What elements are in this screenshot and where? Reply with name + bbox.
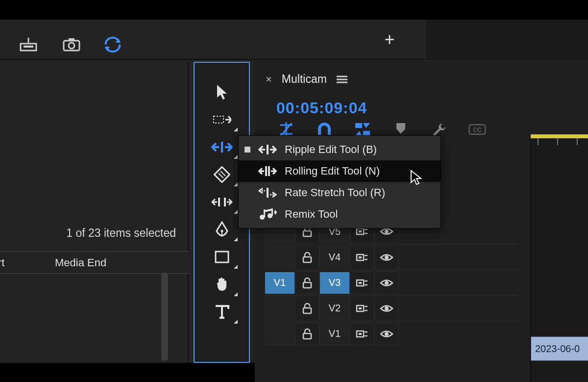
- timeline-clip[interactable]: 2023-06-0: [531, 336, 588, 361]
- svg-rect-14: [216, 252, 228, 262]
- visibility-icon[interactable]: [374, 246, 399, 269]
- sync-lock-icon[interactable]: [350, 246, 374, 269]
- rolling-edit-icon: [258, 164, 277, 178]
- snapshot-icon[interactable]: [62, 34, 81, 54]
- svg-point-55: [385, 332, 389, 336]
- source-patch[interactable]: [265, 246, 295, 269]
- flyout-indicator-icon: [234, 127, 238, 131]
- menu-item-rate-stretch[interactable]: Rate Stretch Tool (R): [239, 182, 441, 204]
- sequence-tab[interactable]: × Multicam: [266, 73, 347, 86]
- track-select-tool[interactable]: [204, 106, 240, 133]
- ruler-tick: [538, 138, 539, 145]
- project-panel: 1 of 23 items selected rt Media End: [0, 62, 189, 363]
- svg-text:CC: CC: [473, 127, 482, 133]
- lock-icon[interactable]: [295, 246, 319, 269]
- ruler-tick: [577, 138, 578, 145]
- svg-rect-57: [265, 166, 267, 176]
- lock-icon[interactable]: [295, 272, 319, 294]
- remix-icon: [258, 207, 277, 221]
- selection-tool[interactable]: [204, 78, 240, 106]
- rectangle-tool[interactable]: [204, 243, 240, 271]
- top-right-panel: [426, 20, 588, 60]
- svg-rect-52: [359, 333, 362, 335]
- source-patch[interactable]: [265, 297, 295, 320]
- sync-lock-icon[interactable]: [350, 297, 374, 320]
- sync-lock-icon[interactable]: [350, 272, 374, 294]
- slip-tool[interactable]: [204, 188, 240, 216]
- svg-rect-26: [303, 231, 311, 236]
- ripple-edit-flyout: Ripple Edit Tool (B) Rolling Edit Tool (…: [238, 135, 441, 229]
- svg-rect-5: [214, 116, 223, 123]
- lock-icon[interactable]: [295, 297, 319, 320]
- track-row: V4: [265, 244, 519, 270]
- column-header-media-end[interactable]: Media End: [55, 256, 106, 269]
- menu-item-rolling-edit[interactable]: Rolling Edit Tool (N): [239, 160, 441, 182]
- ripple-edit-tool[interactable]: [204, 133, 240, 161]
- close-icon[interactable]: ×: [266, 73, 272, 86]
- menu-item-ripple-edit[interactable]: Ripple Edit Tool (B): [239, 139, 441, 160]
- track-headers: V5 V4 V1 V3 V2: [265, 219, 519, 346]
- sync-icon[interactable]: [103, 34, 122, 54]
- pen-tool[interactable]: [204, 216, 240, 243]
- flyout-indicator-icon: [234, 210, 238, 214]
- source-patch[interactable]: [265, 323, 295, 345]
- svg-rect-50: [303, 333, 311, 339]
- svg-rect-7: [214, 167, 229, 182]
- timeline-body[interactable]: 2023-06-0: [530, 134, 588, 382]
- razor-tool[interactable]: [204, 161, 240, 188]
- hand-tool[interactable]: [204, 271, 240, 298]
- svg-rect-22: [355, 123, 362, 128]
- flyout-indicator-icon: [234, 265, 238, 269]
- svg-rect-1: [24, 46, 33, 48]
- menu-item-label: Ripple Edit Tool (B): [285, 143, 377, 156]
- timecode[interactable]: 00:05:09:04: [276, 99, 367, 117]
- svg-point-43: [385, 281, 389, 285]
- letterbox-top: [0, 0, 588, 20]
- top-toolbar: +: [0, 20, 588, 60]
- flyout-indicator-icon: [234, 182, 238, 186]
- svg-point-3: [69, 43, 74, 49]
- svg-rect-40: [359, 282, 362, 284]
- export-icon[interactable]: [19, 34, 38, 54]
- svg-rect-59: [267, 188, 269, 198]
- sync-lock-icon[interactable]: [350, 323, 374, 345]
- scrollbar[interactable]: [161, 273, 168, 361]
- track-target[interactable]: V2: [319, 297, 350, 320]
- menu-item-label: Rate Stretch Tool (R): [285, 186, 385, 199]
- panel-menu-icon[interactable]: [337, 75, 347, 84]
- visibility-icon[interactable]: [374, 272, 399, 294]
- time-ruler[interactable]: [531, 134, 588, 147]
- track-target[interactable]: V1: [319, 323, 350, 345]
- svg-line-8: [220, 171, 225, 176]
- playhead[interactable]: [531, 134, 588, 138]
- selection-count: 1 of 23 items selected: [66, 227, 176, 240]
- track-row: V2: [265, 295, 519, 321]
- svg-rect-34: [359, 256, 362, 258]
- column-headers: rt Media End: [0, 251, 189, 274]
- svg-rect-44: [303, 308, 311, 313]
- track-target[interactable]: V4: [319, 246, 350, 269]
- svg-rect-28: [359, 230, 362, 232]
- column-header-1[interactable]: rt: [0, 256, 10, 269]
- type-tool[interactable]: [204, 298, 240, 326]
- visibility-icon[interactable]: [374, 297, 399, 320]
- flyout-indicator-icon: [234, 155, 238, 159]
- add-button[interactable]: +: [368, 20, 412, 60]
- ripple-edit-icon: [258, 143, 277, 156]
- svg-point-31: [385, 229, 389, 233]
- svg-rect-10: [218, 198, 220, 206]
- lock-icon[interactable]: [295, 323, 319, 345]
- track-target[interactable]: V3: [319, 272, 350, 294]
- flyout-indicator-icon: [234, 237, 238, 241]
- sequence-tab-name: Multicam: [282, 73, 327, 86]
- source-patch[interactable]: V1: [265, 272, 295, 294]
- svg-rect-32: [303, 257, 311, 262]
- svg-rect-6: [221, 142, 223, 153]
- svg-rect-58: [268, 166, 270, 176]
- svg-line-9: [219, 173, 223, 178]
- svg-rect-56: [267, 145, 269, 154]
- captions-icon[interactable]: CC: [468, 122, 486, 137]
- visibility-icon[interactable]: [374, 323, 399, 345]
- menu-item-label: Remix Tool: [285, 208, 338, 221]
- menu-item-remix[interactable]: Remix Tool: [239, 204, 441, 225]
